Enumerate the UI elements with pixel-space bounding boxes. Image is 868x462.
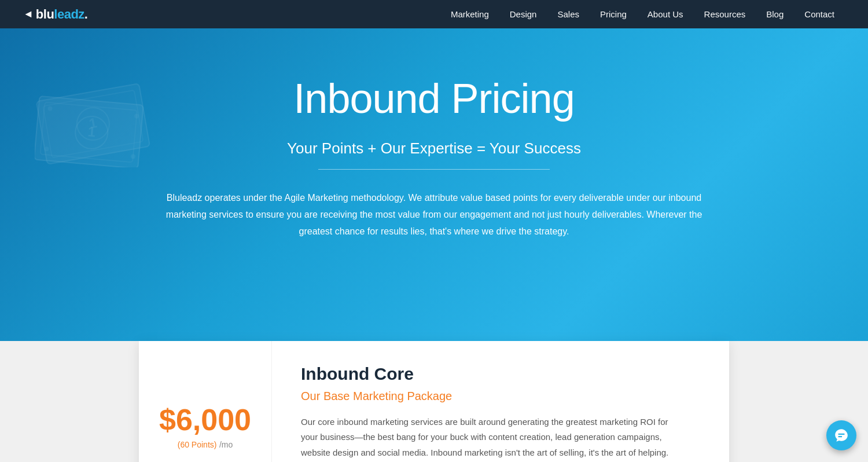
hero-description: Bluleadz operates under the Agile Market… <box>150 190 718 240</box>
hero-subtitle: Your Points + Our Expertise = Your Succe… <box>287 140 581 157</box>
logo[interactable]: ◄ blu leadz . <box>23 7 87 22</box>
nav-item-resources[interactable]: Resources <box>694 0 756 28</box>
hero-section: 1 1 Inbound Pricing Your Points + Our Ex… <box>0 28 868 387</box>
money-icon: 1 1 <box>35 75 150 167</box>
logo-blu: blu <box>36 7 54 22</box>
nav-item-pricing[interactable]: Pricing <box>590 0 637 28</box>
hero-divider <box>318 169 550 170</box>
logo-arrow-icon: ◄ <box>23 8 34 20</box>
pricing-right: Inbound Core Our Base Marketing Package … <box>272 341 729 462</box>
nav-links: Marketing Design Sales Pricing About Us … <box>440 0 845 28</box>
price-points: (60 Points) <box>178 440 217 449</box>
nav-item-sales[interactable]: Sales <box>547 0 590 28</box>
pricing-left: $6,000 (60 Points) /mo <box>139 341 272 462</box>
nav-item-blog[interactable]: Blog <box>756 0 794 28</box>
logo-dot: . <box>84 7 88 22</box>
nav-item-marketing[interactable]: Marketing <box>440 0 499 28</box>
svg-text:1: 1 <box>87 123 97 140</box>
package-description: Our core inbound marketing services are … <box>301 415 671 462</box>
price-amount: $6,000 <box>159 405 251 435</box>
pricing-section: $6,000 (60 Points) /mo Inbound Core Our … <box>0 341 868 462</box>
nav-item-about-us[interactable]: About Us <box>637 0 694 28</box>
pricing-card: $6,000 (60 Points) /mo Inbound Core Our … <box>139 341 729 462</box>
price-points-mo: (60 Points) /mo <box>178 439 233 450</box>
logo-leadz: leadz <box>54 7 84 22</box>
navbar: ◄ blu leadz . Marketing Design Sales Pri… <box>0 0 868 28</box>
hero-decoration: 1 1 <box>35 75 150 170</box>
package-title: Inbound Core <box>301 364 700 384</box>
hero-title: Inbound Pricing <box>293 75 574 122</box>
price-per-month: /mo <box>219 440 233 449</box>
chat-button[interactable] <box>826 420 856 450</box>
package-subtitle: Our Base Marketing Package <box>301 390 700 403</box>
nav-item-design[interactable]: Design <box>499 0 547 28</box>
nav-item-contact[interactable]: Contact <box>794 0 845 28</box>
chat-icon <box>834 428 849 443</box>
